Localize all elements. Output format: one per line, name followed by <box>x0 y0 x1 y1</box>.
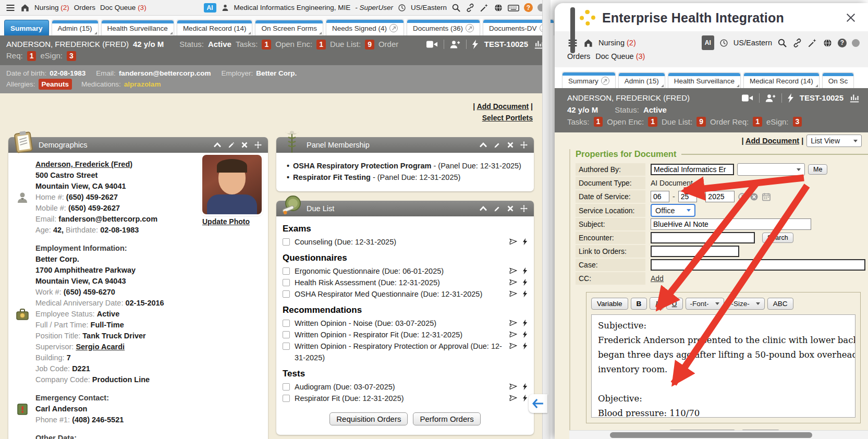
due-checkbox[interactable] <box>283 267 290 275</box>
panel-horizontal-scrollbar[interactable] <box>569 430 868 439</box>
order-req-badge[interactable]: 1 <box>27 51 36 61</box>
open-enc-badge[interactable]: 1 <box>316 40 326 50</box>
send-plane-icon[interactable] <box>509 267 517 275</box>
select-portlets-link[interactable]: Select Portlets <box>8 112 533 124</box>
perform-bolt-icon[interactable] <box>523 290 528 298</box>
move-icon[interactable] <box>254 141 262 149</box>
timezone[interactable]: US/Eastern <box>733 36 772 49</box>
bold-button[interactable]: B <box>631 298 647 310</box>
add-person-icon[interactable] <box>450 40 460 49</box>
tasks-count-badge[interactable]: 1 <box>262 40 271 50</box>
ai-badge[interactable]: AI <box>702 35 714 50</box>
send-plane-icon[interactable] <box>509 278 517 286</box>
tab-on-screen-forms[interactable]: On Sc <box>822 72 854 88</box>
clear-date-icon[interactable] <box>750 192 759 201</box>
perform-bolt-icon[interactable] <box>523 331 528 338</box>
patient-record-id[interactable]: TEST-10025 <box>484 39 528 50</box>
search-icon[interactable] <box>777 38 787 48</box>
perform-bolt-icon[interactable] <box>523 238 528 246</box>
patient-name[interactable]: ANDERSON, FREDERICK (FRED) <box>6 39 129 50</box>
move-icon[interactable] <box>520 141 528 149</box>
supervisor-link[interactable]: Sergio Acardi <box>76 343 125 351</box>
requisition-orders-button[interactable]: Requisition Orders <box>329 412 408 425</box>
perform-bolt-icon[interactable] <box>523 319 528 327</box>
send-plane-icon[interactable] <box>509 290 517 298</box>
link-icon[interactable] <box>792 38 802 48</box>
tab-medical-record[interactable]: Medical Record (14) <box>743 72 820 88</box>
time-icon[interactable] <box>738 192 747 201</box>
perform-bolt-icon[interactable] <box>523 394 528 402</box>
due-list-badge[interactable]: 9 <box>365 40 374 50</box>
link-to-orders-input[interactable] <box>651 246 739 257</box>
due-checkbox[interactable] <box>283 343 290 350</box>
collapse-icon[interactable] <box>480 206 487 211</box>
search-icon[interactable] <box>451 3 461 13</box>
edit-pencil-icon[interactable] <box>494 205 500 212</box>
authored-by-select[interactable] <box>737 163 805 176</box>
collapse-panel-button[interactable] <box>529 394 547 413</box>
popout-icon[interactable] <box>601 77 609 85</box>
encounter-search-button[interactable]: Search <box>762 233 793 243</box>
perform-orders-button[interactable]: Perform Orders <box>413 412 480 425</box>
underline-button[interactable]: U <box>666 298 683 310</box>
popout-icon[interactable] <box>466 24 474 32</box>
popout-icon[interactable] <box>389 24 398 32</box>
cc-add-link[interactable]: Add <box>651 274 664 283</box>
authored-by-input[interactable] <box>651 164 734 175</box>
menu-icon[interactable] <box>5 3 16 13</box>
patient-record-id[interactable]: TEST-10025 <box>800 92 843 104</box>
tab-admin[interactable]: Admin (15) <box>52 20 99 35</box>
case-input[interactable] <box>651 259 865 271</box>
send-plane-icon[interactable] <box>509 238 517 246</box>
current-user[interactable]: Medical Informatics Engineering, MIE <box>234 4 351 11</box>
font-select[interactable]: -Font- <box>686 298 724 310</box>
lightning-icon[interactable] <box>788 93 794 103</box>
due-checkbox[interactable] <box>283 383 290 391</box>
subject-input[interactable] <box>651 218 811 230</box>
open-enc-badge[interactable]: 1 <box>648 117 657 127</box>
add-document-link[interactable]: | Add Document | <box>8 101 533 112</box>
due-checkbox[interactable] <box>283 320 290 327</box>
nav-nursing[interactable]: Nursing (2) <box>34 4 69 11</box>
globe-icon[interactable] <box>494 3 503 13</box>
tasks-count-badge[interactable]: 1 <box>594 117 603 127</box>
close-icon[interactable] <box>241 142 248 148</box>
view-mode-select[interactable]: List View <box>806 135 862 147</box>
wand-icon[interactable] <box>480 3 489 13</box>
link-icon[interactable] <box>466 3 475 13</box>
tab-summary[interactable]: Summary <box>4 20 49 35</box>
me-button[interactable]: Me <box>808 164 827 175</box>
calendar-icon[interactable] <box>762 192 771 201</box>
help-icon[interactable]: ? <box>838 39 847 47</box>
keyboard-icon[interactable] <box>508 3 519 13</box>
add-document-link[interactable]: | Add Document | <box>741 137 803 145</box>
patient-name[interactable]: ANDERSON, FREDERICK (FRED) <box>567 92 690 104</box>
tab-documents[interactable]: Documents (36) <box>407 19 480 35</box>
move-icon[interactable] <box>520 205 528 212</box>
perform-bolt-icon[interactable] <box>523 383 528 391</box>
close-icon[interactable] <box>507 205 514 212</box>
tab-summary[interactable]: Summary <box>562 72 616 88</box>
due-checkbox[interactable] <box>283 279 290 286</box>
lightning-icon[interactable] <box>472 40 479 49</box>
due-checkbox[interactable] <box>283 238 290 246</box>
nav-orders[interactable]: Orders <box>74 4 95 11</box>
close-panel-icon[interactable] <box>845 12 857 23</box>
globe-icon[interactable] <box>823 38 833 48</box>
italic-button[interactable]: I <box>650 297 664 310</box>
send-plane-icon[interactable] <box>509 342 517 350</box>
perform-bolt-icon[interactable] <box>523 278 528 286</box>
home-icon[interactable] <box>583 38 593 48</box>
left-pane-scrollbar[interactable] <box>542 0 551 439</box>
tab-on-screen-forms[interactable]: On Screen Forms <box>255 20 323 35</box>
esign-badge[interactable]: 3 <box>67 51 76 61</box>
patient-name-link[interactable]: Anderson, Frederick (Fred) <box>35 160 132 168</box>
collapse-icon[interactable] <box>214 142 221 148</box>
edit-pencil-icon[interactable] <box>228 142 235 149</box>
dos-year-input[interactable] <box>705 191 735 202</box>
due-list-badge[interactable]: 9 <box>696 117 706 127</box>
due-list-header[interactable]: Due List <box>276 201 534 216</box>
tab-health-surveillance[interactable]: Health Surveillance <box>101 20 174 35</box>
encounter-input[interactable] <box>651 232 755 243</box>
tab-admin[interactable]: Admin (15) <box>618 72 665 88</box>
